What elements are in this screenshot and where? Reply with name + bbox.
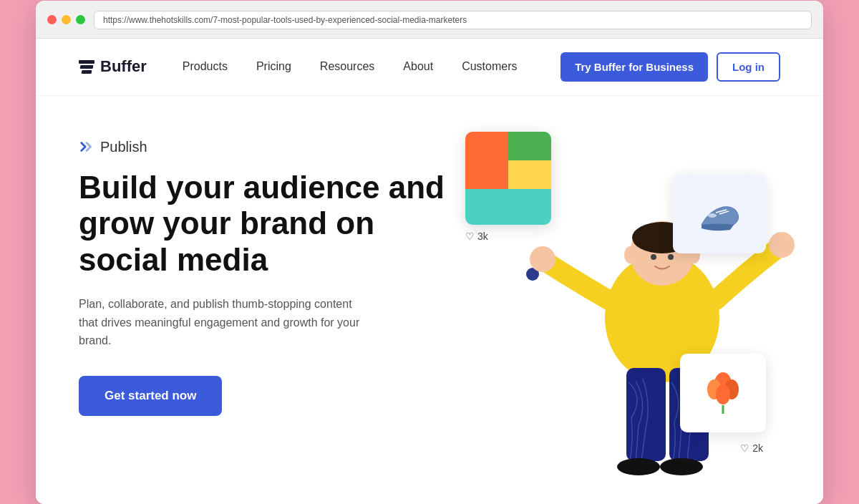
svg-rect-5: [626, 368, 666, 461]
svg-point-13: [708, 213, 717, 218]
nav-about[interactable]: About: [403, 60, 433, 73]
publish-icon: [79, 139, 94, 155]
browser-window: https://www.thehotskills.com/7-most-popu…: [36, 1, 823, 504]
publish-badge: Publish: [79, 139, 451, 155]
card1-green: [508, 132, 551, 160]
nav-resources[interactable]: Resources: [320, 60, 374, 73]
svg-point-11: [624, 246, 636, 263]
get-started-button[interactable]: Get started now: [79, 376, 222, 416]
try-buffer-button[interactable]: Try Buffer for Business: [560, 52, 708, 82]
browser-content: Buffer Products Pricing Resources About …: [36, 39, 823, 504]
card3-likes: ♡ 2k: [740, 442, 763, 454]
svg-point-9: [651, 254, 656, 260]
login-button[interactable]: Log in: [717, 52, 780, 82]
navigation: Buffer Products Pricing Resources About …: [36, 39, 823, 96]
browser-chrome: https://www.thehotskills.com/7-most-popu…: [36, 1, 823, 39]
nav-pricing[interactable]: Pricing: [256, 60, 291, 73]
nav-links: Products Pricing Resources About Custome…: [183, 60, 560, 73]
traffic-lights: [47, 15, 85, 24]
hero-description: Plan, collaborate, and publish thumb-sto…: [79, 295, 365, 350]
shoe-icon: [694, 193, 744, 236]
hero-title: Build your audience and grow your brand …: [79, 170, 451, 278]
logo[interactable]: Buffer: [79, 57, 147, 76]
nav-customers[interactable]: Customers: [462, 60, 517, 73]
card1-likes: ♡ 3k: [465, 231, 488, 242]
hero-section: Publish Build your audience and grow you…: [36, 96, 823, 504]
flower-icon: [700, 369, 747, 416]
address-bar[interactable]: https://www.thehotskills.com/7-most-popu…: [94, 11, 812, 29]
maximize-button[interactable]: [76, 15, 85, 24]
character-illustration: [523, 160, 809, 475]
svg-point-7: [617, 458, 660, 475]
close-button[interactable]: [47, 15, 57, 24]
character-svg: [523, 160, 809, 475]
svg-point-10: [668, 254, 674, 260]
hero-content: Publish Build your audience and grow you…: [79, 132, 451, 417]
svg-point-4: [769, 232, 795, 258]
logo-text: Buffer: [100, 57, 147, 76]
hero-illustration: ♡ 3k: [451, 132, 780, 475]
card1-orange: [465, 132, 508, 189]
buffer-logo-icon: [79, 60, 94, 74]
publish-label: Publish: [100, 139, 147, 155]
minimize-button[interactable]: [62, 15, 71, 24]
nav-products[interactable]: Products: [183, 60, 228, 73]
svg-point-3: [530, 246, 555, 272]
svg-point-8: [660, 458, 703, 475]
social-card-3: [680, 354, 766, 432]
social-card-2: [673, 175, 766, 253]
svg-point-19: [716, 384, 730, 404]
nav-actions: Try Buffer for Business Log in: [560, 52, 780, 82]
